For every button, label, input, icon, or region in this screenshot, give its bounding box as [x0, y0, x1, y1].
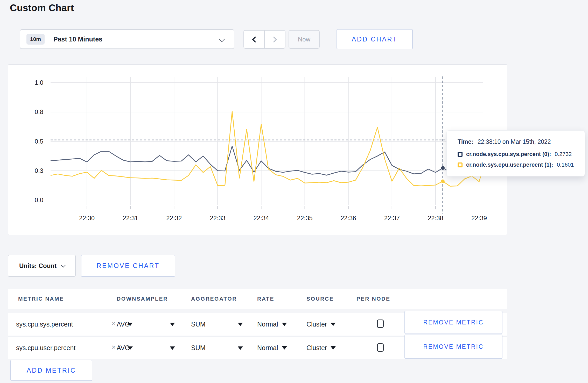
x-axis-label: 22:30 — [79, 215, 95, 222]
page-title: Custom Chart — [10, 3, 74, 13]
downsampler-caret-icon[interactable] — [170, 346, 175, 350]
source-caret-icon — [331, 323, 336, 326]
tooltip-series-row: cr.node.sys.cpu.sys.percent (0): 0.2732 — [458, 151, 585, 158]
time-nav-group — [243, 30, 285, 49]
time-range-label: Past 10 Minutes — [53, 36, 102, 43]
tooltip-series-label: cr.node.sys.cpu.user.percent (1): — [466, 162, 553, 168]
x-axis-label: 22:37 — [384, 215, 400, 222]
tooltip-series-label: cr.node.sys.cpu.sys.percent (0): — [466, 151, 551, 158]
col-header-source: SOURCE — [306, 296, 334, 302]
source-caret-icon — [331, 346, 336, 350]
aggregator-caret-icon[interactable] — [238, 346, 243, 350]
col-header-downsampler: DOWNSAMPLER — [117, 296, 168, 302]
source-value: Cluster — [306, 321, 327, 328]
now-button[interactable]: Now — [289, 30, 320, 49]
source-select[interactable]: Cluster — [306, 337, 336, 359]
chevron-down-icon — [219, 36, 225, 42]
x-axis-label: 22:39 — [471, 215, 487, 222]
metric-name-value[interactable]: sys.cpu.user.percent — [16, 337, 75, 359]
tooltip-series-value: 0.1601 — [557, 162, 574, 168]
remove-metric-button[interactable]: REMOVE METRIC — [404, 335, 502, 359]
downsampler-select[interactable]: AVG — [117, 337, 130, 359]
prev-range-button[interactable] — [244, 31, 264, 48]
crosshair-dot-sys — [441, 166, 445, 170]
chevron-right-icon — [271, 36, 277, 42]
y-axis-label: 0.8 — [35, 108, 43, 115]
source-value: Cluster — [306, 344, 327, 352]
tooltip-time-label: Time: — [458, 138, 473, 145]
col-header-aggregator: AGGREGATOR — [191, 296, 237, 302]
col-header-per-node: PER NODE — [356, 296, 390, 302]
x-axis-label: 22:31 — [123, 215, 138, 222]
time-range-badge: 10m — [26, 34, 45, 45]
chart-card: 0.00.30.50.81.022:3022:3122:3222:3322:34… — [8, 64, 507, 235]
tooltip-time-value: 22:38:10 on Mar 15th, 2022 — [478, 138, 551, 145]
clear-metric-icon[interactable]: × — [111, 320, 116, 327]
chart-hover-tooltip: Time:22:38:10 on Mar 15th, 2022 cr.node.… — [446, 130, 585, 176]
next-range-button[interactable] — [264, 31, 285, 48]
metric-name-value[interactable]: sys.cpu.sys.percent — [16, 313, 73, 336]
metrics-table-header: METRIC NAME DOWNSAMPLER AGGREGATOR RATE … — [8, 289, 507, 309]
aggregator-caret-icon[interactable] — [238, 323, 243, 326]
yellow-square-icon — [458, 162, 463, 167]
units-label: Units: Count — [19, 262, 57, 269]
units-dropdown[interactable]: Units: Count — [8, 255, 76, 277]
rate-value: Normal — [257, 344, 278, 352]
y-axis-label: 0.0 — [35, 196, 43, 203]
y-axis-label: 0.5 — [35, 138, 43, 145]
rate-value: Normal — [257, 321, 278, 328]
x-axis-label: 22:35 — [297, 215, 313, 222]
col-header-rate: RATE — [257, 296, 274, 302]
y-axis-label: 1.0 — [35, 79, 43, 86]
chevron-left-icon — [252, 36, 258, 42]
tooltip-series-row: cr.node.sys.cpu.user.percent (1): 0.1601 — [458, 162, 585, 168]
rate-select[interactable]: Normal — [257, 313, 287, 336]
tooltip-series-value: 0.2732 — [555, 151, 572, 158]
aggregator-select[interactable]: SUM — [191, 313, 206, 336]
add-chart-button[interactable]: ADD CHART — [337, 29, 413, 49]
per-node-checkbox[interactable] — [377, 343, 384, 352]
downsampler-caret-icon[interactable] — [170, 323, 175, 326]
x-axis-label: 22:33 — [210, 215, 225, 222]
x-axis-label: 22:34 — [253, 215, 269, 222]
remove-chart-button[interactable]: REMOVE CHART — [81, 255, 175, 277]
clear-metric-icon[interactable]: × — [111, 344, 116, 351]
rate-select[interactable]: Normal — [257, 337, 287, 359]
y-axis-label: 0.3 — [35, 167, 43, 174]
rate-caret-icon — [282, 346, 287, 350]
aggregator-select[interactable]: SUM — [191, 337, 206, 359]
rate-caret-icon — [282, 323, 287, 326]
navy-square-icon — [458, 152, 463, 157]
crosshair-dot-user — [441, 179, 445, 183]
per-node-checkbox[interactable] — [377, 320, 384, 328]
x-axis-label: 22:36 — [341, 215, 356, 222]
tooltip-time-row: Time:22:38:10 on Mar 15th, 2022 — [458, 138, 585, 145]
remove-metric-button[interactable]: REMOVE METRIC — [404, 311, 502, 334]
downsampler-select[interactable]: AVG — [117, 313, 130, 336]
col-header-metric-name: METRIC NAME — [18, 296, 64, 302]
series-line-user-percent — [51, 111, 483, 186]
toolbar-left-divider — [8, 29, 8, 49]
custom-chart-plot[interactable]: 0.00.30.50.81.022:3022:3122:3222:3322:34… — [8, 65, 508, 236]
time-range-dropdown[interactable]: 10m Past 10 Minutes — [20, 29, 234, 49]
chevron-down-icon — [61, 263, 66, 267]
x-axis-label: 22:32 — [166, 215, 182, 222]
x-axis-label: 22:38 — [428, 215, 443, 222]
source-select[interactable]: Cluster — [306, 313, 336, 336]
add-metric-button[interactable]: ADD METRIC — [10, 360, 92, 381]
